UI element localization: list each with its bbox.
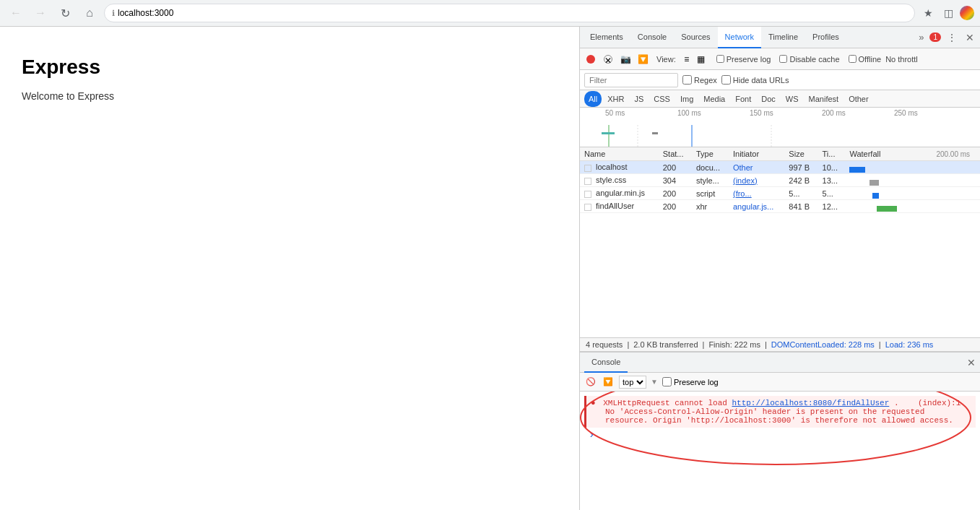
- col-name[interactable]: Name: [580, 147, 659, 161]
- record-button[interactable]: [584, 53, 597, 66]
- cell-time: 10...: [818, 161, 846, 174]
- type-tab-js[interactable]: JS: [630, 91, 648, 107]
- cell-name: localhost: [580, 161, 659, 174]
- cell-name: findAllUser: [580, 200, 659, 213]
- back-button[interactable]: ←: [6, 3, 26, 23]
- network-section: ✕ 📷 🔽 View: ≡ ▦ Preserve log: [580, 48, 980, 351]
- cell-status: 200: [659, 187, 692, 200]
- finish-time: Finish: 222 ms: [708, 340, 760, 349]
- tab-network[interactable]: Network: [718, 27, 761, 48]
- col-status[interactable]: Stat...: [659, 147, 692, 161]
- reload-button[interactable]: ↻: [55, 3, 75, 23]
- bookmark-icon[interactable]: ★: [919, 4, 937, 22]
- row-icon: [584, 165, 591, 172]
- filter-input[interactable]: [584, 73, 678, 87]
- type-tab-doc[interactable]: Doc: [757, 91, 780, 107]
- main-area: Express Welcome to Express Elements Cons…: [0, 27, 980, 510]
- type-tab-xhr[interactable]: XHR: [603, 91, 628, 107]
- address-bar[interactable]: ℹ: [104, 4, 915, 22]
- status-bar: 4 requests | 2.0 KB transferred | Finish…: [580, 337, 980, 351]
- offline-checkbox[interactable]: [849, 55, 857, 63]
- tab-console-bottom[interactable]: Console: [584, 353, 628, 373]
- cell-time: 5...: [818, 187, 846, 200]
- col-time[interactable]: Ti...: [818, 147, 846, 161]
- cell-empty: [932, 174, 980, 187]
- home-button[interactable]: ⌂: [79, 3, 100, 23]
- filter-toggle-button[interactable]: 🔽: [636, 53, 649, 66]
- devtools-settings-icon[interactable]: ⋮: [944, 32, 960, 43]
- type-tab-img[interactable]: Img: [676, 91, 698, 107]
- network-table: Name Stat... Type Initiator Size Ti... W…: [580, 147, 980, 337]
- timeline-chart: [580, 121, 980, 147]
- console-chevron[interactable]: ›: [589, 429, 976, 441]
- chrome-menu-icon[interactable]: [960, 6, 974, 20]
- forward-button[interactable]: →: [30, 3, 51, 23]
- col-waterfall[interactable]: Waterfall: [845, 147, 932, 161]
- error-text-prefix: XMLHttpRequest cannot load: [603, 399, 732, 407]
- disable-cache-checkbox-row[interactable]: Disable cache: [779, 55, 839, 64]
- console-close-button[interactable]: ✕: [967, 357, 976, 368]
- tab-sources[interactable]: Sources: [674, 27, 717, 48]
- camera-button[interactable]: 📷: [619, 53, 632, 66]
- preserve-log-checkbox-row[interactable]: Preserve log: [716, 55, 771, 64]
- console-error-wrapper: ● XMLHttpRequest cannot load http://loca…: [584, 394, 976, 429]
- cell-status: 304: [659, 174, 692, 187]
- extensions-icon[interactable]: ◫: [940, 4, 957, 22]
- hide-data-urls-checkbox[interactable]: [721, 75, 731, 85]
- cell-initiator: (index): [729, 174, 784, 187]
- hide-data-urls-row[interactable]: Hide data URLs: [721, 75, 789, 85]
- table-row[interactable]: angular.min.js 200 script (fro... 5... 5…: [580, 187, 980, 200]
- console-panel: Console ✕ 🚫 🔽 top ▼ Preserve log: [580, 351, 980, 510]
- view-icons: ≡ ▦: [680, 53, 708, 66]
- devtools-close-button[interactable]: ✕: [963, 30, 977, 45]
- page-subtitle: Welcome to Express: [22, 90, 558, 102]
- url-input[interactable]: [118, 8, 907, 18]
- devtools-tab-more: » 1 ⋮ ✕: [916, 30, 977, 45]
- more-tabs-button[interactable]: »: [916, 32, 927, 43]
- col-size[interactable]: Size: [784, 147, 818, 161]
- context-select-arrow: ▼: [651, 378, 658, 386]
- offline-checkbox-row[interactable]: Offline: [849, 55, 882, 64]
- cell-initiator: angular.js...: [729, 200, 784, 213]
- cell-size: 997 B: [784, 161, 818, 174]
- tab-timeline[interactable]: Timeline: [761, 27, 805, 48]
- col-type[interactable]: Type: [692, 147, 729, 161]
- tab-profiles[interactable]: Profiles: [805, 27, 846, 48]
- type-tab-all[interactable]: All: [584, 91, 602, 107]
- table-header-row: Name Stat... Type Initiator Size Ti... W…: [580, 147, 980, 161]
- cell-size: 5...: [784, 187, 818, 200]
- col-initiator[interactable]: Initiator: [729, 147, 784, 161]
- preserve-log-console-row[interactable]: Preserve log: [662, 377, 719, 386]
- disable-cache-checkbox[interactable]: [779, 55, 787, 63]
- type-tab-manifest[interactable]: Manifest: [805, 91, 844, 107]
- console-stop-icon[interactable]: 🚫: [584, 376, 597, 389]
- preserve-log-console-checkbox[interactable]: [662, 377, 672, 386]
- type-tab-ws[interactable]: WS: [781, 91, 803, 107]
- stop-button[interactable]: ✕: [602, 53, 615, 66]
- type-tab-media[interactable]: Media: [699, 91, 729, 107]
- network-rows: localhost 200 docu... Other 997 B 10... …: [580, 161, 980, 213]
- tab-elements[interactable]: Elements: [583, 27, 630, 48]
- regex-label-row[interactable]: Regex: [682, 75, 717, 85]
- view-label: View:: [656, 55, 676, 64]
- network-toolbar: ✕ 📷 🔽 View: ≡ ▦ Preserve log: [580, 48, 980, 70]
- list-view-button[interactable]: ≡: [680, 53, 693, 66]
- cell-type: style...: [692, 174, 729, 187]
- table-row[interactable]: localhost 200 docu... Other 997 B 10...: [580, 161, 980, 174]
- type-tab-other[interactable]: Other: [844, 91, 873, 107]
- table-row[interactable]: style.css 304 style... (index) 242 B 13.…: [580, 174, 980, 187]
- error-url-link[interactable]: http://localhost:8080/findAllUser: [732, 399, 889, 407]
- console-filter-icon[interactable]: 🔽: [602, 376, 615, 389]
- hide-data-urls-label: Hide data URLs: [733, 76, 789, 85]
- tab-console[interactable]: Console: [630, 27, 674, 48]
- waterfall-view-button[interactable]: ▦: [695, 53, 708, 66]
- type-tab-font[interactable]: Font: [731, 91, 755, 107]
- context-select[interactable]: top: [619, 376, 646, 389]
- no-throttle-label: No throttl: [885, 55, 918, 64]
- waterfall-bar: [849, 167, 865, 173]
- regex-checkbox[interactable]: [682, 75, 692, 85]
- table-row[interactable]: findAllUser 200 xhr angular.js... 841 B …: [580, 200, 980, 213]
- type-tab-css[interactable]: CSS: [649, 91, 675, 107]
- preserve-log-checkbox[interactable]: [716, 55, 724, 63]
- transferred-size: 2.0 KB transferred: [633, 340, 698, 349]
